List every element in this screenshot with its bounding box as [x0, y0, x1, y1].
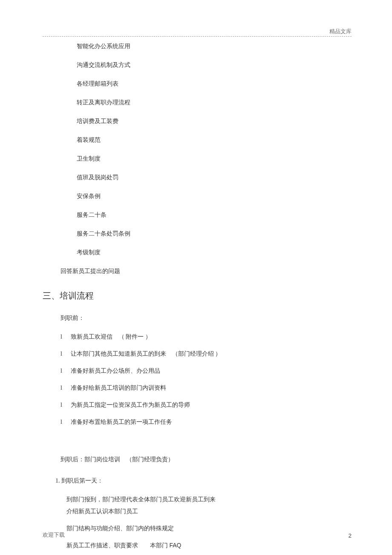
day1-line: 到部门报到，部门经理代表全体部门员工欢迎新员工到来	[66, 496, 352, 503]
section-heading-3: 三、培训流程	[43, 290, 352, 302]
after-label-prefix: 到职后：部门岗位培训	[61, 456, 120, 463]
bullet-suffix: （ 附件一 ）	[118, 334, 151, 340]
bullet-item: l 准备好给新员工培训的部门内训资料	[61, 384, 352, 392]
bullet-suffix: （部门经理介绍 ）	[172, 351, 222, 357]
footer-left: 欢迎下载	[43, 531, 65, 539]
bullet-text: 让本部门其他员工知道新员工的到来	[71, 351, 166, 357]
list-item: 考级制度	[77, 249, 352, 256]
bullet-icon: l	[61, 334, 69, 340]
list-item: 智能化办公系统应用	[77, 43, 352, 50]
bullet-icon: l	[61, 385, 69, 391]
before-label: 到职前：	[61, 314, 352, 322]
bullet-icon: l	[61, 351, 69, 357]
list-item: 沟通交流机制及方式	[77, 61, 352, 69]
bullet-item: l 致新员工欢迎信 （ 附件一 ）	[61, 333, 352, 341]
day1-faq: FAQ	[170, 542, 182, 549]
day1-line4a: 新员工工作描述、职责要求	[66, 542, 138, 549]
bullet-text: 准备好给新员工培训的部门内训资料	[71, 385, 166, 391]
bullet-text: 致新员工欢迎信	[71, 334, 112, 340]
day1-line: 介绍新员工认识本部门员工	[66, 508, 352, 515]
bullet-icon: l	[61, 368, 69, 374]
after-label: 到职后：部门岗位培训 （部门经理负责）	[61, 456, 352, 463]
bullet-text: 为新员工指定一位资深员工作为新员工的导师	[71, 402, 190, 408]
after-label-suffix: （部门经理负责）	[126, 456, 174, 463]
day1-line: 新员工工作描述、职责要求 本部门 FAQ	[66, 542, 352, 549]
list-item: 服务二十条处罚条例	[77, 230, 352, 238]
list-item: 安保条例	[77, 193, 352, 200]
bullet-item: l 准备好布置给新员工的第一项工作任务	[61, 418, 352, 426]
list-item: 卫生制度	[77, 155, 352, 163]
list-item: 培训费及工装费	[77, 118, 352, 125]
list-item: 着装规范	[77, 136, 352, 144]
answer-line: 回答新员工提出的问题	[61, 267, 352, 275]
day1-line: 部门结构与功能介绍、部门内的特殊规定	[66, 525, 352, 532]
bullet-item: l 为新员工指定一位资深员工作为新员工的导师	[61, 401, 352, 409]
page-number: 2	[349, 532, 352, 539]
day1-heading: 1. 到职后第一天：	[55, 477, 352, 485]
header-label: 精品文库	[329, 28, 352, 35]
bullet-icon: l	[61, 419, 69, 426]
list-item: 服务二十条	[77, 211, 352, 219]
header-divider	[43, 36, 352, 37]
day1-line4b: 本部门	[150, 542, 168, 549]
bullet-item: l 准备好新员工办公场所、办公用品	[61, 367, 352, 375]
bullet-icon: l	[61, 402, 69, 408]
list-item: 各经理邮箱列表	[77, 80, 352, 88]
document-content: 智能化办公系统应用 沟通交流机制及方式 各经理邮箱列表 转正及离职办理流程 培训…	[43, 43, 352, 555]
bullet-text: 准备好新员工办公场所、办公用品	[71, 368, 160, 374]
bullet-item: l 让本部门其他员工知道新员工的到来 （部门经理介绍 ）	[61, 350, 352, 358]
list-item: 转正及离职办理流程	[77, 99, 352, 106]
list-item: 值班及脱岗处罚	[77, 174, 352, 181]
bullet-text: 准备好布置给新员工的第一项工作任务	[71, 419, 172, 425]
